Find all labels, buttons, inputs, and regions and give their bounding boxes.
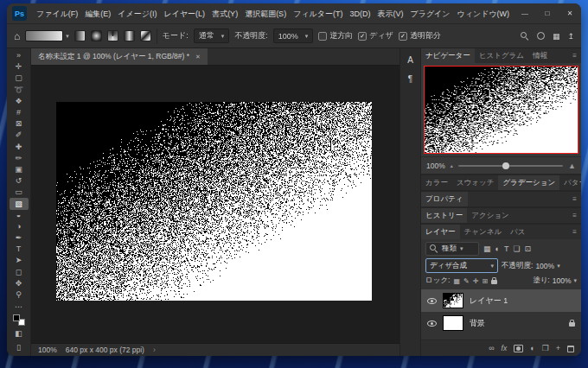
- menu-file[interactable]: ファイル(F): [33, 3, 81, 24]
- navigator-proxy-view[interactable]: [424, 66, 578, 154]
- shape-filter-icon[interactable]: ❏: [513, 244, 520, 253]
- type-filter-icon[interactable]: T: [504, 244, 509, 253]
- tab-histogram[interactable]: ヒストグラム: [475, 48, 528, 63]
- panel-menu-icon[interactable]: ≡: [568, 225, 581, 239]
- menu-layer[interactable]: レイヤー(L): [160, 3, 208, 24]
- search-icon[interactable]: [521, 32, 529, 41]
- account-icon[interactable]: [537, 32, 545, 40]
- hand-tool[interactable]: ✥: [10, 278, 29, 289]
- navigator-thumbnail[interactable]: [424, 66, 578, 154]
- tab-paths[interactable]: パス: [506, 225, 529, 239]
- opacity-dropdown[interactable]: 100% ▾: [273, 29, 314, 43]
- brush-tool[interactable]: ✏: [10, 153, 29, 164]
- object-selection-tool[interactable]: ❖: [10, 96, 29, 107]
- paragraph-panel-icon[interactable]: ¶: [403, 72, 419, 86]
- layer-row-layer-1[interactable]: レイヤー 1: [421, 289, 581, 312]
- dodge-tool[interactable]: ◑: [10, 221, 29, 232]
- gradient-tool[interactable]: ▧: [10, 198, 29, 209]
- navigator-zoom-slider[interactable]: [458, 165, 563, 167]
- layer-style-icon[interactable]: fx: [502, 344, 508, 352]
- diamond-gradient-icon[interactable]: [140, 30, 151, 41]
- chevron-right-icon[interactable]: ›: [153, 346, 156, 354]
- tab-channels[interactable]: チャンネル: [460, 225, 507, 239]
- type-tool[interactable]: T: [10, 244, 29, 255]
- menu-view[interactable]: 表示(V): [374, 3, 406, 24]
- delete-layer-icon[interactable]: [567, 346, 574, 352]
- menu-3d[interactable]: 3D(D): [346, 3, 374, 24]
- share-icon[interactable]: ↥: [567, 32, 574, 41]
- lock-position-icon[interactable]: ✛: [473, 277, 479, 285]
- menu-edit[interactable]: 編集(E): [81, 3, 114, 24]
- character-panel-icon[interactable]: A: [403, 53, 419, 67]
- pen-tool[interactable]: ✒: [10, 232, 29, 244]
- tab-history[interactable]: ヒストリー: [421, 208, 467, 223]
- visibility-eye-icon[interactable]: [427, 320, 437, 327]
- linear-gradient-icon[interactable]: [74, 30, 86, 41]
- layer-thumbnail[interactable]: [443, 293, 463, 308]
- menu-plugins[interactable]: プラグイン: [406, 3, 453, 24]
- tab-properties[interactable]: プロパティ: [421, 192, 468, 206]
- layer-name[interactable]: レイヤー 1: [470, 295, 508, 307]
- reflected-gradient-icon[interactable]: [124, 30, 135, 41]
- pixel-filter-icon[interactable]: ▦: [483, 244, 491, 253]
- toolbar-collapse-icon[interactable]: »: [10, 50, 29, 61]
- transparency-checkbox[interactable]: ✓: [399, 32, 407, 41]
- transparency-checkbox-group[interactable]: ✓ 透明部分: [399, 30, 441, 41]
- lasso-tool[interactable]: ➰: [10, 85, 29, 96]
- layer-opacity-control[interactable]: 不透明度: 100% ▾: [502, 261, 560, 271]
- adjustment-layer-icon[interactable]: ◐: [530, 344, 534, 352]
- blend-mode-dropdown[interactable]: ディザ合成 ▾: [425, 258, 498, 273]
- tab-close-icon[interactable]: ✕: [195, 54, 201, 60]
- layer-row-background[interactable]: 背景: [421, 312, 581, 334]
- mode-dropdown[interactable]: 通常 ▾: [194, 29, 230, 43]
- new-group-icon[interactable]: ❐: [542, 344, 549, 352]
- menu-filter[interactable]: フィルター(T): [290, 3, 346, 24]
- quick-mask-icon[interactable]: ◧: [10, 327, 29, 339]
- tab-swatches[interactable]: スウォッチ: [452, 175, 499, 190]
- path-selection-tool[interactable]: ➤: [10, 255, 29, 266]
- smart-object-filter-icon[interactable]: ⊡: [525, 244, 532, 253]
- dither-checkbox-group[interactable]: ✓ ディザ: [358, 30, 393, 41]
- menu-image[interactable]: イメージ(I): [114, 3, 160, 24]
- menu-window[interactable]: ウィンドウ(W): [454, 3, 514, 24]
- document-canvas[interactable]: [56, 102, 372, 301]
- maximize-button[interactable]: □: [536, 3, 559, 23]
- zoom-in-icon[interactable]: ▲: [568, 162, 576, 170]
- slider-thumb[interactable]: [502, 162, 509, 169]
- radial-gradient-icon[interactable]: [91, 30, 102, 41]
- tab-color[interactable]: カラー: [421, 175, 452, 190]
- tab-info[interactable]: 情報: [528, 48, 552, 63]
- dither-checkbox[interactable]: ✓: [358, 32, 367, 41]
- visibility-eye-icon[interactable]: [427, 298, 437, 304]
- angle-gradient-icon[interactable]: [107, 30, 118, 41]
- reverse-checkbox[interactable]: [318, 32, 327, 41]
- close-button[interactable]: ✕: [559, 3, 581, 23]
- menu-select[interactable]: 選択範囲(S): [241, 3, 290, 24]
- layer-name[interactable]: 背景: [470, 318, 485, 329]
- edit-toolbar-icon[interactable]: ⋯: [10, 301, 29, 313]
- home-icon[interactable]: ⌂: [14, 30, 20, 42]
- crop-tool[interactable]: #: [10, 107, 29, 118]
- navigator-zoom-value[interactable]: 100%: [426, 162, 445, 170]
- foreground-color-swatch[interactable]: [13, 314, 20, 321]
- layer-mask-icon[interactable]: [514, 345, 523, 352]
- zoom-out-icon[interactable]: ▴: [451, 162, 453, 168]
- clone-stamp-tool[interactable]: ▣: [10, 164, 29, 175]
- minimize-button[interactable]: —: [514, 3, 536, 23]
- panel-menu-icon[interactable]: ≡: [568, 192, 581, 206]
- workspace-grid-icon[interactable]: ▦: [553, 32, 560, 41]
- menu-type[interactable]: 書式(Y): [208, 3, 241, 24]
- document-tab[interactable]: 名称未設定 1 @ 100% (レイヤー 1, RGB/8#) * ✕: [31, 48, 208, 65]
- blur-tool[interactable]: ◒: [10, 210, 29, 221]
- frame-tool[interactable]: ⊠: [10, 118, 29, 130]
- eyedropper-tool[interactable]: ✐: [10, 130, 29, 141]
- tab-actions[interactable]: アクション: [467, 208, 514, 223]
- lock-pixels-icon[interactable]: ✎: [463, 277, 470, 285]
- spot-healing-tool[interactable]: ✚: [10, 142, 29, 153]
- layer-thumbnail[interactable]: [443, 315, 463, 331]
- shape-tool[interactable]: ◻: [10, 267, 29, 278]
- background-lock-icon[interactable]: [569, 322, 575, 327]
- history-brush-tool[interactable]: ↺: [10, 175, 29, 187]
- link-layers-icon[interactable]: ∞: [489, 344, 494, 352]
- color-swatches[interactable]: [13, 314, 25, 326]
